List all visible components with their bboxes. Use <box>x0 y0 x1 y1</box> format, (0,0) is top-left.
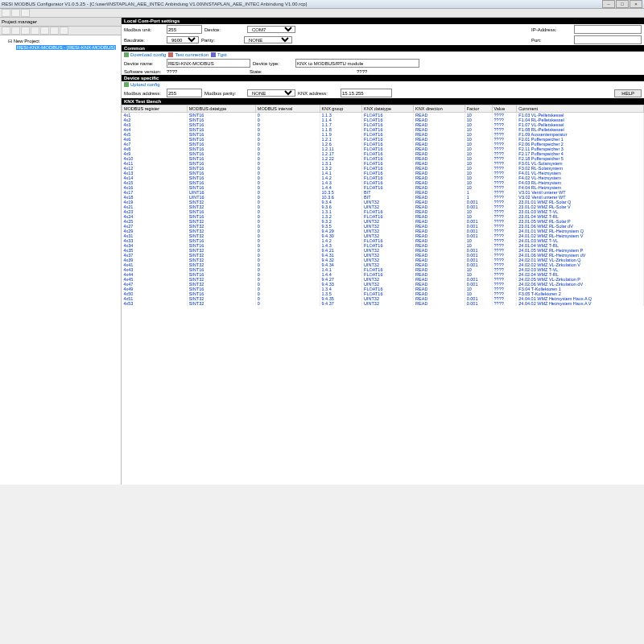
sidebar-new-icon[interactable] <box>2 27 10 35</box>
minimize-button[interactable]: – <box>602 0 615 8</box>
download-config-button[interactable]: Download config <box>124 52 166 57</box>
sidebar-open-icon[interactable] <box>11 27 20 35</box>
modbus-parity-label: Modbus parity: <box>204 91 245 96</box>
table-cell: SINT32 <box>187 301 255 306</box>
download-icon <box>124 52 129 57</box>
ip-input[interactable] <box>574 25 642 34</box>
column-header[interactable]: KNX direction <box>414 105 465 113</box>
ip-label: IP-Address: <box>531 27 572 32</box>
sidebar-save-icon[interactable] <box>21 27 30 35</box>
table-cell: 24.04.02 WMZ Heizsystem Haus A V <box>517 301 644 306</box>
toolbar-open-icon[interactable] <box>11 9 20 17</box>
column-header[interactable]: Factor <box>464 105 492 113</box>
table-cell: UINT32 <box>362 301 414 306</box>
upload-config-button[interactable]: Upload config <box>124 82 160 87</box>
test-connection-button[interactable]: Test connection <box>168 52 208 57</box>
title-bar: RESI MODBUS Configurator V1.0.5.25 - [C:… <box>0 0 644 9</box>
software-version-label: Software version: <box>124 69 164 74</box>
device-name-label: Device name: <box>124 61 164 66</box>
modbus-unit-input[interactable] <box>167 25 202 34</box>
device-type-label: Device type: <box>253 61 293 66</box>
column-header[interactable]: Comment <box>517 105 644 113</box>
tree-selected: RESI-KNX-MODBUS - [RESI-KNX-MODBUS] <box>16 45 116 50</box>
table-cell: 0.001 <box>464 301 492 306</box>
port-label: Port: <box>531 38 572 43</box>
register-table: MODBUS registerMODBUS datatypeMODBUS int… <box>122 105 644 306</box>
sidebar-toolbar <box>0 27 121 35</box>
device-type-input[interactable] <box>295 59 419 68</box>
help-button[interactable]: HELP <box>614 89 642 97</box>
column-header[interactable]: MODBUS datatype <box>187 105 255 113</box>
toolbar-new-icon[interactable] <box>2 9 10 17</box>
software-version-value: ???? <box>167 69 247 74</box>
register-table-wrap[interactable]: MODBUS registerMODBUS datatypeMODBUS int… <box>122 105 644 427</box>
table-row[interactable]: 4x53SINT3209.4.37UINT32READ0.001????24.0… <box>122 301 644 306</box>
column-header[interactable]: Value <box>492 105 517 113</box>
maximize-button[interactable]: □ <box>616 0 629 8</box>
tgst-icon <box>211 52 216 57</box>
project-sidebar: Project manager ⊟ New Project RESI-KNX-M… <box>0 18 122 485</box>
project-tree: ⊟ New Project RESI-KNX-MODBUS - [RESI-KN… <box>0 35 121 52</box>
sidebar-refresh-icon[interactable] <box>50 27 59 35</box>
toolbar-save-icon[interactable] <box>21 9 30 17</box>
modbus-unit-label: Modbus unit: <box>124 27 164 32</box>
section-common: Common <box>122 45 644 52</box>
table-cell: 0 <box>255 301 320 306</box>
column-header[interactable]: MODBUS register <box>122 105 188 113</box>
column-header[interactable]: KNX group <box>320 105 362 113</box>
knx-address-input[interactable] <box>341 89 392 97</box>
baudrate-label: Baudrate: <box>124 38 164 43</box>
parity-label: Parity: <box>201 38 242 43</box>
main-panel: Local Com-Port settings Modbus unit: Dev… <box>122 18 644 485</box>
knx-address-label: KNX address: <box>298 91 338 96</box>
tgst-button[interactable]: Tgst <box>211 52 227 57</box>
section-local: Local Com-Port settings <box>122 18 644 24</box>
baudrate-select[interactable]: 9600 <box>167 36 199 43</box>
column-header[interactable]: KNX datatype <box>362 105 414 113</box>
parity-select[interactable]: NONE <box>244 36 292 43</box>
upload-icon <box>124 82 129 87</box>
app-window: RESI MODBUS Configurator V1.0.5.25 - [C:… <box>0 0 644 644</box>
section-devspec: Device specific <box>122 75 644 81</box>
device-label: Device: <box>204 27 245 32</box>
window-title: RESI MODBUS Configurator V1.0.5.25 - [C:… <box>2 0 307 8</box>
table-cell: 4x53 <box>122 301 188 306</box>
modbus-address-input[interactable] <box>167 89 202 97</box>
test-icon <box>168 52 173 57</box>
table-cell: 9.4.37 <box>320 301 362 306</box>
modbus-parity-select[interactable]: NONE <box>247 89 295 97</box>
sidebar-title: Project manager <box>0 18 121 27</box>
section-testbench: KNX Test Bench <box>122 98 644 105</box>
sidebar-add-icon[interactable] <box>31 27 39 35</box>
tree-device-node[interactable]: RESI-KNX-MODBUS - [RESI-KNX-MODBUS] <box>2 44 119 51</box>
sidebar-remove-icon[interactable] <box>40 27 49 35</box>
column-header[interactable]: MODBUS interval <box>255 105 320 113</box>
device-select[interactable]: COM7 <box>247 26 295 33</box>
state-value: ???? <box>357 69 367 74</box>
tree-root[interactable]: ⊟ New Project <box>2 37 119 44</box>
modbus-address-label: Modbus address: <box>124 91 164 96</box>
main-toolbar <box>0 9 644 18</box>
port-input[interactable] <box>574 35 642 44</box>
sidebar-config-icon[interactable] <box>60 27 68 35</box>
close-button[interactable]: × <box>630 0 642 8</box>
table-cell: READ <box>414 301 465 306</box>
device-name-input[interactable] <box>167 59 250 68</box>
window-buttons: – □ × <box>602 0 642 8</box>
table-cell: ???? <box>492 301 517 306</box>
state-label: State: <box>250 69 290 74</box>
